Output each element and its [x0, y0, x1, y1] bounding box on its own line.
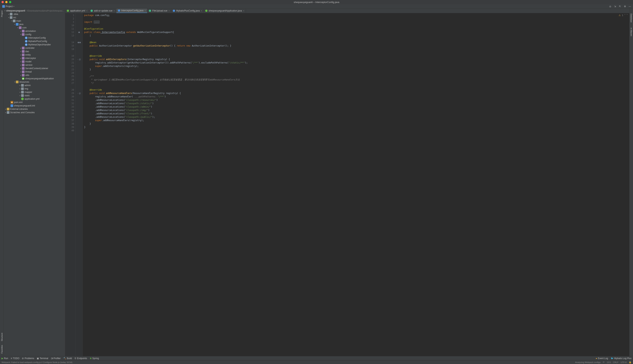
tab-app-java[interactable]: shequwuyeguanliApplication.java× [204, 9, 246, 13]
spring-tool-button[interactable]: ❀Spring [90, 357, 99, 360]
database-tool-tab[interactable]: Database [630, 12, 633, 24]
tree-appyml[interactable]: application.yml [4, 97, 65, 100]
close-icon[interactable]: × [168, 10, 170, 12]
project-dropdown[interactable]: Project ▾ [1, 5, 16, 8]
tree-appclass[interactable]: ▶shequwuyeguanliApplication [4, 77, 65, 80]
favorites-tool-tab[interactable]: Favorites [1, 344, 4, 354]
eventlog-button[interactable]: ●Event Log [596, 357, 608, 360]
tree-com[interactable]: ▾com [4, 26, 65, 30]
nav-expand-icon[interactable]: ⇲ [613, 4, 617, 8]
tree-servletcontextlistener[interactable]: ▸ServletContextListener [4, 67, 65, 70]
close-icon[interactable]: × [243, 10, 244, 12]
eventlog-icon: ● [596, 357, 597, 360]
java-class-icon [118, 10, 120, 12]
tree-service[interactable]: ▸service [4, 63, 65, 67]
maven-tool-tab[interactable]: m Maven [630, 26, 633, 37]
tree-annotation[interactable]: ▸annotation [4, 30, 65, 33]
window-title: shequwuyeguanli – InterceptorConfig.java [294, 1, 339, 4]
editor-area: application.yml× add-or-update.vue× Inte… [65, 9, 629, 356]
status-encoding[interactable]: UTF-8 [621, 361, 626, 364]
tree-utils[interactable]: ▸utils [4, 74, 65, 77]
profiler-icon: ◔ [51, 357, 53, 360]
build-tool-button[interactable]: 🔨Build [63, 357, 72, 360]
tree-interceptorconfig[interactable]: CInterceptorConfig [4, 36, 65, 40]
java-class-icon [173, 10, 175, 12]
status-progress-icon[interactable]: ⟳ [603, 361, 604, 364]
mybatislog-button[interactable]: 🐦Mybatis Log Plus [611, 357, 631, 360]
status-position[interactable]: 13:5 [607, 361, 611, 364]
next-highlight-icon[interactable]: ˅ [626, 14, 628, 16]
tree-iml[interactable]: shequwuyeguanli.iml [4, 104, 65, 108]
tree-img[interactable]: ▸img [4, 87, 65, 90]
vue-icon [149, 10, 151, 12]
tree-thread[interactable]: ▸thread [4, 70, 65, 74]
tree-interceptor[interactable]: ▸interceptor [4, 56, 65, 60]
titlebar: shequwuyeguanli – InterceptorConfig.java [0, 0, 633, 4]
tree-scratches[interactable]: ▸Scratches and Consoles [4, 111, 65, 114]
right-gutter: Database m Maven [629, 9, 633, 356]
minimize-icon[interactable] [5, 1, 8, 3]
tree-src[interactable]: ▾src [4, 16, 65, 19]
status-line-sep[interactable]: CRLF [613, 361, 618, 364]
tree-entity[interactable]: ▸entity [4, 53, 65, 56]
traffic-lights [2, 1, 11, 3]
project-label: Project [6, 5, 13, 8]
warning-count: 1 [622, 14, 623, 16]
run-tool-button[interactable]: ▶Run [2, 357, 8, 360]
status-bar: Webpack: Failed to load webpack.config.j… [0, 360, 633, 364]
tree-idea[interactable]: ▸.idea [4, 12, 65, 16]
tree-admin[interactable]: ▸admin [4, 84, 65, 87]
terminal-icon: ▣ [37, 357, 39, 360]
mybatis-icon: 🐦 [611, 357, 613, 360]
profiler-tool-button[interactable]: ◔Profiler [51, 357, 61, 360]
tree-mybatisplusconfig[interactable]: CMybatisPlusConfig [4, 40, 65, 43]
status-message[interactable]: Webpack: Failed to load webpack.config.j… [2, 361, 72, 364]
gear-icon[interactable]: ⚙ [623, 4, 627, 8]
tree-extlib[interactable]: ▸External Libraries [4, 108, 65, 111]
tree-root[interactable]: ▾shequwuyeguanli~/Downloads/mudaimaProje… [4, 9, 65, 12]
endpoints-tool-button[interactable]: ⚲Endpoints [75, 357, 87, 360]
tab-mybatisplusconfig[interactable]: MybatisPlusConfig.java× [171, 9, 204, 13]
structure-tool-tab[interactable]: Structure [1, 332, 4, 342]
tree-static[interactable]: ▸static [4, 94, 65, 97]
tree-controller[interactable]: ▸controller [4, 46, 65, 50]
nav-collapse-icon[interactable]: ⇱ [618, 4, 622, 8]
tab-application-yml[interactable]: application.yml× [65, 9, 89, 13]
nav-target-icon[interactable]: ◎ [608, 4, 612, 8]
todo-tool-button[interactable]: ≡TODO [11, 357, 19, 360]
prev-highlight-icon[interactable]: ˄ [624, 14, 625, 16]
tree-main[interactable]: ▾main [4, 19, 65, 22]
tree-mapper[interactable]: ▸mapper [4, 90, 65, 94]
inspection-widget[interactable]: ⚠ 1 ˄ ˅ [619, 14, 628, 16]
tab-fileupload[interactable]: FileUpload.vue× [147, 9, 171, 13]
editor-tabs: application.yml× add-or-update.vue× Inte… [65, 9, 629, 13]
build-icon: 🔨 [63, 357, 66, 360]
close-icon[interactable]: × [145, 10, 146, 12]
tree-config[interactable]: ▾config [4, 33, 65, 36]
tree-java[interactable]: ▾java [4, 22, 65, 26]
todo-icon: ≡ [11, 357, 12, 360]
problems-tool-button[interactable]: ⊘Problems [22, 357, 34, 360]
tab-interceptorconfig[interactable]: InterceptorConfig.java× [116, 9, 147, 13]
tree-resources[interactable]: ▾resources [4, 80, 65, 84]
warning-icon: ⚠ [619, 14, 621, 16]
tree-mymetaobjecthandler[interactable]: CMyMetaObjectHandler [4, 43, 65, 46]
maximize-icon[interactable] [9, 1, 11, 3]
code-content[interactable]: package com.config; import ... @Configur… [83, 13, 629, 356]
tree-pom[interactable]: mpom.xml [4, 100, 65, 104]
close-icon[interactable]: × [201, 10, 202, 12]
spring-icon: ❀ [90, 357, 92, 360]
close-icon[interactable] [2, 1, 4, 3]
tree-dao[interactable]: ▸dao [4, 50, 65, 53]
terminal-tool-button[interactable]: ▣Terminal [37, 357, 48, 360]
project-tree[interactable]: ▾shequwuyeguanli~/Downloads/mudaimaProje… [4, 9, 65, 356]
close-icon[interactable]: × [114, 10, 115, 12]
tree-model[interactable]: ▸model [4, 60, 65, 63]
editor-body[interactable]: 1231011121314151819202122232425262728293… [65, 13, 629, 356]
chevron-down-icon: ▾ [14, 5, 14, 7]
status-lock-icon[interactable]: 🔓 [629, 361, 631, 364]
tab-add-or-update[interactable]: add-or-update.vue× [89, 9, 116, 13]
hide-icon[interactable]: — [628, 4, 632, 8]
project-tool-tab[interactable]: Project [1, 10, 4, 18]
close-icon[interactable]: × [86, 10, 87, 12]
